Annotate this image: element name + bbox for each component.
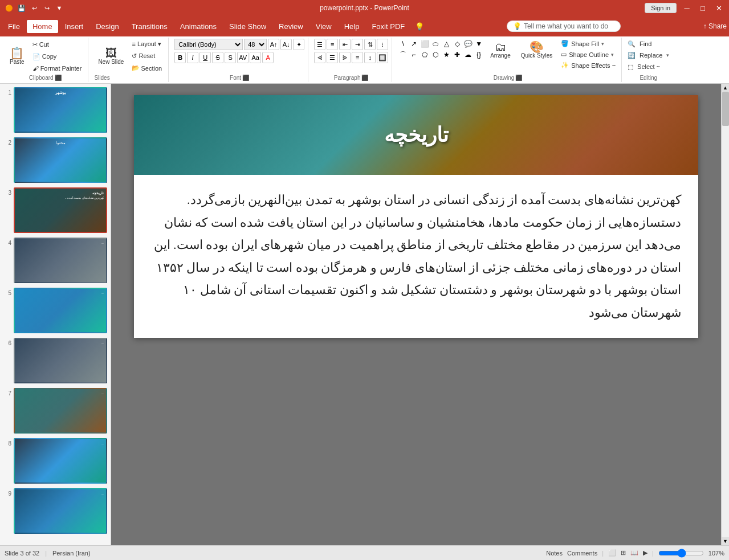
restore-button[interactable]: □ xyxy=(697,2,708,14)
shape-rect[interactable]: ⬜ xyxy=(420,39,430,49)
layout-button[interactable]: ≡ Layout ▾ xyxy=(129,39,165,50)
columns-button[interactable]: ⫶ xyxy=(377,39,388,50)
menu-foxit[interactable]: Foxit PDF xyxy=(366,20,410,33)
save-icon[interactable]: 💾 xyxy=(17,3,26,13)
slide-thumb-7[interactable]: 7 ... xyxy=(2,387,108,435)
align-left-button[interactable]: ⫷ xyxy=(314,52,325,63)
align-right-button[interactable]: ⫸ xyxy=(339,52,351,63)
strikethrough-button[interactable]: S xyxy=(212,52,223,63)
notes-button[interactable]: Notes xyxy=(546,550,563,557)
slide-canvas[interactable]: تاریخچه کهن‌ترین نشانه‌های بدست آمده از … xyxy=(134,95,698,338)
undo-icon[interactable]: ↩ xyxy=(30,3,39,13)
share-button[interactable]: ↑ Share xyxy=(703,22,727,30)
menu-help[interactable]: Help xyxy=(339,20,365,33)
menu-insert[interactable]: Insert xyxy=(59,20,89,33)
slide-thumb-4[interactable]: 4 ... xyxy=(2,236,108,284)
shape-brace[interactable]: {} xyxy=(474,50,484,60)
shape-cross[interactable]: ✚ xyxy=(452,50,462,60)
sign-in-button[interactable]: Sign in xyxy=(645,3,677,13)
shape-curve[interactable]: ⌒ xyxy=(398,50,408,60)
comments-button[interactable]: Comments xyxy=(567,550,597,557)
font-color-button[interactable]: A xyxy=(262,52,274,63)
slide-thumb-3[interactable]: 3 تاریخچه کهن‌ترین نشانه‌های بدست آمده..… xyxy=(2,186,108,234)
format-painter-button[interactable]: 🖌 Format Painter xyxy=(30,63,85,73)
tell-me-box[interactable]: 💡 Tell me what you want to do xyxy=(507,21,621,32)
menu-slideshow[interactable]: Slide Show xyxy=(223,20,272,33)
shape-more[interactable]: ▼ xyxy=(474,39,484,49)
justify-button[interactable]: ≡ xyxy=(352,52,363,63)
shape-star[interactable]: ★ xyxy=(441,50,451,60)
arrange-button[interactable]: 🗂 Arrange xyxy=(486,39,515,73)
shape-line[interactable]: \ xyxy=(398,39,408,49)
numbered-list-button[interactable]: ≡ xyxy=(327,39,338,50)
drawing-expand-icon[interactable]: ⬛ xyxy=(515,75,522,81)
paste-button[interactable]: 📋 Paste xyxy=(6,45,28,67)
view-reading-icon[interactable]: 📖 xyxy=(630,549,638,557)
shape-outline-button[interactable]: ▭ Shape Outline ▾ xyxy=(559,50,618,59)
slide-thumb-6[interactable]: 6 ... xyxy=(2,337,108,385)
customize-icon[interactable]: ▼ xyxy=(55,3,64,13)
reset-button[interactable]: ↺ Reset xyxy=(129,51,165,62)
shape-effects-button[interactable]: ✨ Shape Effects ~ xyxy=(559,60,618,70)
section-button[interactable]: 📂 Section xyxy=(129,63,165,73)
italic-button[interactable]: I xyxy=(187,52,198,63)
change-case-button[interactable]: Aa xyxy=(250,52,261,63)
decrease-indent-button[interactable]: ⇤ xyxy=(339,39,351,50)
font-size-select[interactable]: 48 xyxy=(244,39,267,50)
view-slide-sorter-icon[interactable]: ⊞ xyxy=(621,549,626,557)
slide-thumb-1[interactable]: 1 بوشهر xyxy=(2,86,108,134)
find-button[interactable]: Find xyxy=(637,39,654,49)
redo-icon[interactable]: ↪ xyxy=(42,3,51,13)
font-family-select[interactable]: Calibri (Body) xyxy=(174,39,243,50)
copy-button[interactable]: 📄 Copy xyxy=(30,51,85,62)
smart-art-button[interactable]: 🔲 xyxy=(377,52,388,63)
scroll-up-button[interactable]: ▲ xyxy=(722,84,730,92)
bullet-list-button[interactable]: ☰ xyxy=(314,39,325,50)
select-button[interactable]: Select ~ xyxy=(634,62,663,72)
shape-pentagon[interactable]: ⬠ xyxy=(420,50,430,60)
shape-circle[interactable]: ⬭ xyxy=(430,39,441,49)
new-slide-button[interactable]: 🖼 New Slide xyxy=(94,45,128,67)
menu-review[interactable]: Review xyxy=(273,20,309,33)
clear-format-button[interactable]: ✦ xyxy=(293,39,304,50)
font-expand-icon[interactable]: ⬛ xyxy=(242,75,249,81)
slide-thumb-9[interactable]: 9 ... xyxy=(2,487,108,535)
increase-font-button[interactable]: A↑ xyxy=(268,39,279,50)
view-normal-icon[interactable]: ⬜ xyxy=(608,549,616,557)
shape-cloud[interactable]: ☁ xyxy=(463,50,473,60)
close-button[interactable]: ✕ xyxy=(713,2,724,14)
menu-animations[interactable]: Animations xyxy=(174,20,222,33)
scroll-thumb[interactable] xyxy=(722,92,729,126)
slide-thumb-2[interactable]: 2 محتوا xyxy=(2,136,108,184)
shape-hex[interactable]: ⬡ xyxy=(430,50,441,60)
clipboard-expand-icon[interactable]: ⬛ xyxy=(55,75,62,81)
underline-button[interactable]: U xyxy=(199,52,211,63)
slide-thumb-8[interactable]: 8 ... xyxy=(2,437,108,485)
scroll-down-button[interactable]: ▼ xyxy=(722,537,730,545)
text-direction-button[interactable]: ⇅ xyxy=(364,39,376,50)
shadow-button[interactable]: S xyxy=(225,52,236,63)
slide-thumb-5[interactable]: 5 ... xyxy=(2,287,108,334)
decrease-font-button[interactable]: A↓ xyxy=(280,39,292,50)
shape-connector[interactable]: ⌐ xyxy=(409,50,419,60)
shape-diamond[interactable]: ◇ xyxy=(452,39,462,49)
char-spacing-button[interactable]: AV xyxy=(237,52,249,63)
menu-view[interactable]: View xyxy=(310,20,337,33)
align-center-button[interactable]: ☰ xyxy=(327,52,338,63)
menu-home[interactable]: Home xyxy=(27,20,58,33)
menu-transitions[interactable]: Transitions xyxy=(126,20,173,33)
zoom-slider[interactable] xyxy=(658,549,704,558)
view-slideshow-icon[interactable]: ▶ xyxy=(643,549,647,557)
minimize-button[interactable]: ─ xyxy=(681,2,693,14)
menu-design[interactable]: Design xyxy=(90,20,124,33)
replace-button[interactable]: Replace xyxy=(637,50,665,60)
bold-button[interactable]: B xyxy=(174,52,186,63)
shape-triangle[interactable]: △ xyxy=(441,39,451,49)
increase-indent-button[interactable]: ⇥ xyxy=(352,39,363,50)
line-spacing-button[interactable]: ↕ xyxy=(364,52,376,63)
shape-fill-button[interactable]: 🪣 Shape Fill ▾ xyxy=(559,39,618,48)
shape-arrow[interactable]: ↗ xyxy=(409,39,419,49)
para-expand-icon[interactable]: ⬛ xyxy=(361,75,368,81)
menu-file[interactable]: File xyxy=(2,20,26,33)
quick-styles-button[interactable]: 🎨 Quick Styles xyxy=(517,39,557,73)
